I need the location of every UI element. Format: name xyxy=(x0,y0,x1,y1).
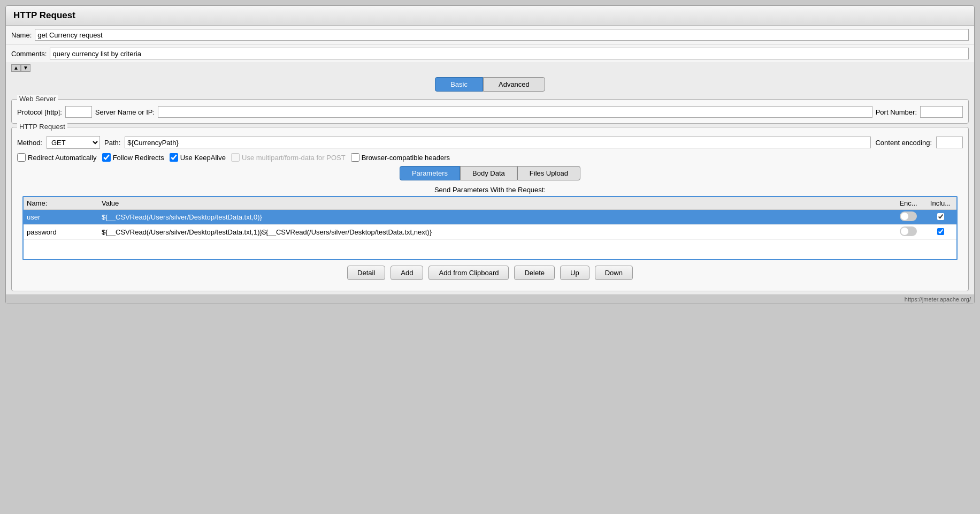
method-select[interactable]: GET POST PUT DELETE xyxy=(47,136,100,149)
incl-checkbox[interactable] xyxy=(937,213,944,220)
incl-checkbox[interactable] xyxy=(937,228,944,235)
protocol-input[interactable] xyxy=(65,106,92,118)
up-arrow-btn[interactable]: ▲ xyxy=(11,64,21,72)
redirect-auto-label: Redirect Automatically xyxy=(28,154,97,162)
inner-tab-files-upload[interactable]: Files Upload xyxy=(517,166,580,180)
keep-alive-input[interactable] xyxy=(170,153,178,162)
row-incl-cell[interactable] xyxy=(924,225,956,240)
comments-label: Comments: xyxy=(11,50,47,58)
comments-input[interactable] xyxy=(50,48,969,59)
row-enc-cell[interactable] xyxy=(892,225,924,240)
follow-redirects-input[interactable] xyxy=(102,153,111,162)
name-input[interactable] xyxy=(35,29,969,41)
http-request-section: HTTP Request Method: GET POST PUT DELETE… xyxy=(11,127,969,291)
delete-button[interactable]: Delete xyxy=(514,266,555,280)
protocol-label: Protocol [http]: xyxy=(17,108,62,116)
browser-compat-label: Browser-compatible headers xyxy=(362,154,450,162)
main-tab-bar: Basic Advanced xyxy=(6,73,974,96)
row-name-cell: password xyxy=(24,225,98,240)
inner-tab-parameters[interactable]: Parameters xyxy=(400,166,460,180)
tab-basic[interactable]: Basic xyxy=(435,77,483,92)
row-value-cell: ${__CSVRead(/Users/silver/Desktop/testDa… xyxy=(98,210,892,225)
server-label: Server Name or IP: xyxy=(95,108,155,116)
method-label: Method: xyxy=(17,139,42,147)
col-value: Value xyxy=(98,197,892,210)
col-name: Name: xyxy=(24,197,98,210)
enc-toggle[interactable] xyxy=(900,226,917,236)
col-incl: Inclu... xyxy=(924,197,956,210)
inner-tab-body-data[interactable]: Body Data xyxy=(460,166,517,180)
encoding-input[interactable] xyxy=(936,137,963,148)
port-label: Port Number: xyxy=(876,108,917,116)
name-label: Name: xyxy=(11,31,32,39)
keep-alive-label: Use KeepAlive xyxy=(180,154,226,162)
path-label: Path: xyxy=(104,139,120,147)
down-button[interactable]: Down xyxy=(595,266,633,280)
params-table: Name: Value Enc... Inclu... user${__CSVR… xyxy=(24,197,956,240)
web-server-section-title: Web Server xyxy=(17,95,58,103)
browser-compat-checkbox[interactable]: Browser-compatible headers xyxy=(351,153,450,162)
path-input[interactable] xyxy=(125,137,871,148)
table-row: password${__CSVRead(/Users/silver/Deskto… xyxy=(24,225,956,240)
add-button[interactable]: Add xyxy=(391,266,423,280)
bottom-bar: https://jmeter.apache.org/ xyxy=(6,294,974,304)
row-value-cell: ${__CSVRead(/Users/silver/Desktop/testDa… xyxy=(98,225,892,240)
multipart-checkbox[interactable]: Use multipart/form-data for POST xyxy=(231,153,346,162)
enc-toggle[interactable] xyxy=(900,211,917,221)
encoding-label: Content encoding: xyxy=(875,139,932,147)
keep-alive-checkbox[interactable]: Use KeepAlive xyxy=(170,153,226,162)
inner-tab-bar: Parameters Body Data Files Upload xyxy=(17,162,963,183)
arrows-row: ▲ ▼ xyxy=(6,63,974,73)
row-name-cell: user xyxy=(24,210,98,225)
web-server-content: Protocol [http]: Server Name or IP: Port… xyxy=(17,106,963,118)
table-row: user${__CSVRead(/Users/silver/Desktop/te… xyxy=(24,210,956,225)
server-name-input[interactable] xyxy=(158,106,872,118)
web-server-section: Web Server Protocol [http]: Server Name … xyxy=(11,99,969,124)
comments-row: Comments: xyxy=(6,44,974,63)
port-input[interactable] xyxy=(920,106,963,118)
col-enc: Enc... xyxy=(892,197,924,210)
down-arrow-btn[interactable]: ▼ xyxy=(21,64,30,72)
tab-advanced[interactable]: Advanced xyxy=(483,77,545,92)
add-from-clipboard-button[interactable]: Add from Clipboard xyxy=(428,266,509,280)
redirect-auto-input[interactable] xyxy=(17,153,26,162)
params-title: Send Parameters With the Request: xyxy=(17,183,963,196)
http-request-window: HTTP Request Name: Comments: ▲ ▼ Basic A… xyxy=(5,5,975,304)
params-table-body: user${__CSVRead(/Users/silver/Desktop/te… xyxy=(24,210,956,240)
params-table-header: Name: Value Enc... Inclu... xyxy=(24,197,956,210)
multipart-input[interactable] xyxy=(231,153,240,162)
browser-compat-input[interactable] xyxy=(351,153,359,162)
multipart-label: Use multipart/form-data for POST xyxy=(242,154,346,162)
name-row: Name: xyxy=(6,26,974,44)
redirect-auto-checkbox[interactable]: Redirect Automatically xyxy=(17,153,97,162)
bottom-url: https://jmeter.apache.org/ xyxy=(905,296,971,303)
params-table-container: Name: Value Enc... Inclu... user${__CSVR… xyxy=(22,196,958,260)
follow-redirects-label: Follow Redirects xyxy=(113,154,164,162)
http-request-section-title: HTTP Request xyxy=(17,123,67,131)
method-path-row: Method: GET POST PUT DELETE Path: Conten… xyxy=(17,136,963,149)
action-buttons-row: Detail Add Add from Clipboard Delete Up … xyxy=(17,260,963,285)
row-enc-cell[interactable] xyxy=(892,210,924,225)
row-incl-cell[interactable] xyxy=(924,210,956,225)
up-button[interactable]: Up xyxy=(560,266,589,280)
follow-redirects-checkbox[interactable]: Follow Redirects xyxy=(102,153,164,162)
window-title: HTTP Request xyxy=(6,6,974,26)
detail-button[interactable]: Detail xyxy=(347,266,385,280)
checkboxes-row: Redirect Automatically Follow Redirects … xyxy=(17,153,963,162)
